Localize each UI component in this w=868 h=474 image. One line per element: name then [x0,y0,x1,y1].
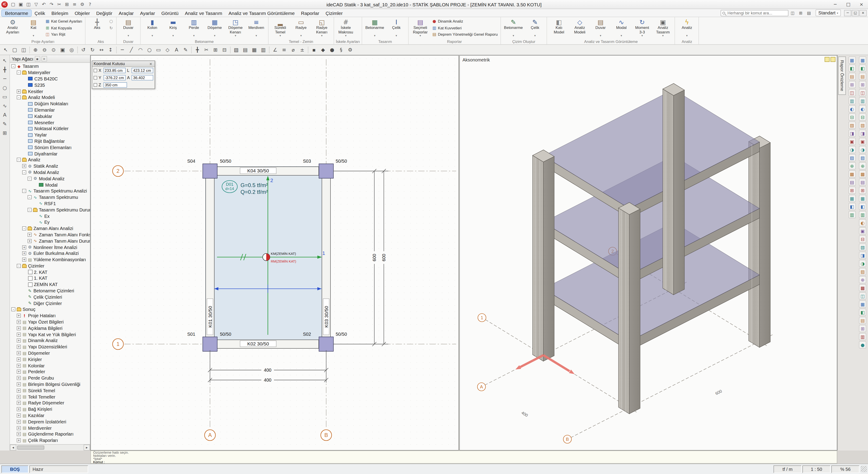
view-tool-icon-1[interactable]: ◧ [848,65,856,72]
section-icon[interactable]: § [337,45,345,54]
scaffold-macro-icon[interactable]: #İskeleMakrosu▾ [336,18,356,38]
result-tool-icon-19[interactable]: ▥ [859,211,866,218]
result-tool-icon-8[interactable]: ▧ [859,122,866,129]
measure-vertical-icon[interactable]: ↕ [106,45,115,54]
tree-item[interactable]: +▤Tekil Temeller [10,393,90,400]
tree-item[interactable]: +▤Güçlendirme Raporları [10,431,90,437]
analysis-settings-icon[interactable]: ⚙AnalizAyarları [3,18,23,35]
tree-item[interactable]: Yaylar [10,132,90,138]
result-tool-icon-16[interactable]: ⊞ [859,187,866,194]
layers-icon[interactable]: ◫ [20,45,28,54]
print-icon[interactable]: ▽ [33,1,40,8]
tree-item[interactable]: Diyaframlar [10,151,90,157]
coord-lock-z-checkbox[interactable] [94,83,97,87]
tree-item[interactable]: +⚙Statik Analiz [10,163,90,169]
concrete-drawing-icon[interactable]: ✎Betonarme ▾ [503,18,524,38]
view-tool-icon-2[interactable]: ▤ [848,73,856,80]
result-tool-icon-28[interactable]: ▩ [859,284,866,291]
tree-item[interactable]: +▤Yapı Özet Bilgileri [10,319,90,325]
menu-item-10[interactable]: Raporlar [298,10,322,16]
tree-item[interactable]: 2. KAT [10,269,90,276]
tree-item[interactable]: -Çizimler [10,263,90,269]
tree-item[interactable]: Sönüm Elemanları [10,145,90,151]
node-icon[interactable]: ◆ [319,45,327,54]
tree-item[interactable]: -∿Tasarım Spektrumu [10,194,90,200]
tree-expander[interactable]: + [17,382,21,386]
storey-icon[interactable]: ▤Kat ▾ [24,18,43,38]
view-tool-icon-12[interactable]: ▨ [848,154,856,161]
menu-item-4[interactable]: Değiştir [93,10,116,16]
steel-design-icon[interactable]: IÇelik ▾ [386,18,406,38]
select-icon[interactable]: ↖ [1,45,10,54]
result-tool-icon-22[interactable]: ⊟ [859,235,866,243]
tree-item[interactable]: +▤Birleşim Bölgesi Güvenliği [10,381,90,387]
view-tool-icon-18[interactable]: ◧ [848,203,856,210]
tree-item[interactable]: Modal [10,182,90,188]
view-tool-icon-6[interactable]: ◐ [848,105,856,113]
tree-item[interactable]: +⚙Euler Burkulma Analizi [10,250,90,257]
tree-item[interactable]: -⚙Modal Analiz [10,176,90,182]
tree-item[interactable]: Mesnetler [10,119,90,126]
coord-input-x[interactable]: 233.85 cm [103,68,126,73]
parallel-icon[interactable]: ≡ [280,45,288,54]
result-tool-icon-0[interactable]: ▦ [859,57,866,64]
pin-icon[interactable]: ▪ [35,56,40,61]
tree-item[interactable]: +▤Kirişler [10,356,90,362]
result-tool-icon-29[interactable]: ◫ [859,292,866,299]
view-tool-icon-11[interactable]: ◑ [848,146,856,153]
view-tool-icon-14[interactable]: ▩ [848,170,856,178]
tree-item[interactable]: +▤Deprem İzolatörleri [10,419,90,425]
line-icon[interactable]: ─ [118,45,127,54]
raft-edge-icon[interactable]: ◱RadyeKenarı▾ [312,18,332,38]
pan-icon[interactable]: ◎ [67,45,76,54]
tree-item[interactable]: +∿Zaman Tanım Alanı Durumları [10,238,90,244]
open-file-icon[interactable]: ▣ [17,1,24,8]
axis-icon[interactable]: ╋Aks [87,18,107,35]
shearwall-icon[interactable]: ▥Perde ▾ [184,18,204,38]
tree-item[interactable]: ∿Ey [10,219,90,225]
view-tool-icon-4[interactable]: ◫ [848,89,856,96]
tree-expander[interactable]: + [17,395,21,399]
selective-reports-icon[interactable]: ▤SeçmeliRaporlar▾ [410,18,430,38]
tree-expander[interactable]: + [17,370,21,374]
resize-grip[interactable] [861,466,867,472]
redo-icon[interactable]: ↷ [48,1,55,8]
tree-item[interactable]: ZEMİN KAT [10,282,90,288]
menu-item-9[interactable]: Analiz ve Tasarım Görüntüleme [225,10,298,16]
toolbar-preset-dropdown[interactable]: Standart ▾ [815,9,841,16]
coord-input-z[interactable]: 350 cm [103,82,127,88]
tree-item[interactable]: +▤Yapı Düzensizlikleri [10,344,90,350]
tree-expander[interactable]: + [22,164,26,168]
menu-item-6[interactable]: Ayarlar [137,10,158,16]
arc-icon[interactable]: ◠ [136,45,145,54]
tree-expander[interactable]: - [28,177,32,181]
slab-icon[interactable]: ▦Döşeme ▾ [205,18,225,38]
tree-item[interactable]: ✎Betonarme Çizimleri [10,288,90,294]
result-tool-icon-35[interactable]: ● [859,341,866,348]
result-tool-icon-17[interactable]: ▦ [859,195,866,202]
concrete-design-icon[interactable]: ▦Betonarme ▾ [364,18,385,38]
result-tool-icon-11[interactable]: ◑ [859,146,866,153]
tree-item[interactable]: Rijit Bağlantılar [10,138,90,145]
result-tool-icon-33[interactable]: ⊞ [859,325,866,332]
spline-icon[interactable]: ∿ [1,102,9,110]
rectangle-icon[interactable]: ▭ [1,93,9,101]
result-tool-icon-15[interactable]: ▤ [859,179,866,186]
view-tool-icon-9[interactable]: ◨ [848,130,856,137]
wall-icon[interactable]: ▤Duvar ▾ [119,18,138,38]
command-line[interactable]: Özüzerleme hattı seçin.Noktaları verin.*… [90,450,837,464]
tree-expander[interactable]: + [17,314,21,318]
circle-icon[interactable]: ○ [1,84,9,92]
view-tool-icon-15[interactable]: ▤ [848,179,856,186]
settings-icon[interactable]: ⚙ [79,1,86,8]
tree-expander[interactable]: + [17,426,21,430]
view-tool-icon-8[interactable]: ▧ [848,122,856,129]
result-tool-icon-23[interactable]: ▧ [859,244,866,251]
tree-horizontal-scrollbar[interactable]: ◂ ▸ [10,444,90,450]
tree-expander[interactable]: - [28,208,32,212]
copy-icon[interactable]: ⊞ [63,1,70,8]
tree-expander[interactable]: + [17,413,21,417]
mdi-close-button[interactable]: × [860,10,867,16]
tree-item[interactable]: Düğüm Noktaları [10,101,90,107]
pattern-icon[interactable]: ▥ [259,45,268,54]
